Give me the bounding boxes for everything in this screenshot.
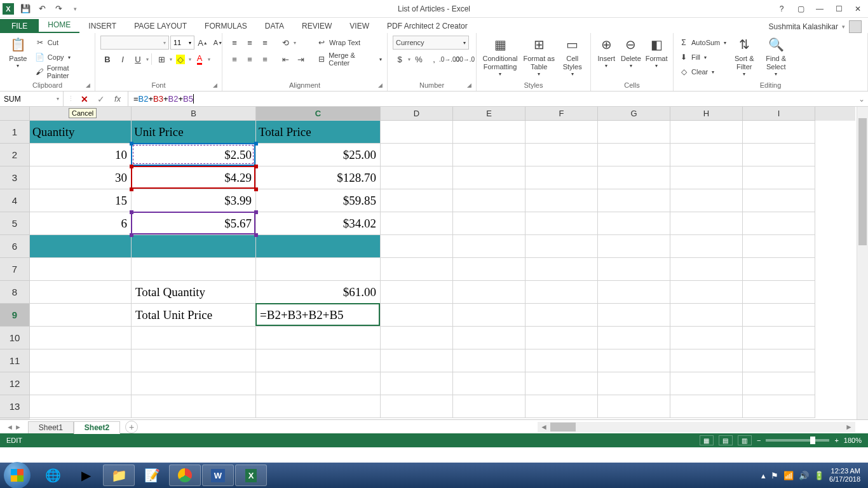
cell-D13[interactable]	[381, 395, 453, 418]
tab-view[interactable]: VIEW	[341, 19, 378, 33]
row-header-9[interactable]: 9	[0, 304, 30, 327]
ref-handle[interactable]	[254, 233, 258, 237]
cell-H9[interactable]	[670, 304, 743, 327]
cell-A10[interactable]	[30, 327, 132, 349]
cell-E3[interactable]	[453, 166, 526, 189]
cell-E10[interactable]	[453, 327, 526, 349]
cell-A5[interactable]: 6	[30, 212, 132, 235]
tab-home[interactable]: HOME	[39, 18, 79, 33]
align-right-button[interactable]: ≡	[258, 52, 272, 66]
cell-D10[interactable]	[381, 327, 453, 349]
tray-volume-icon[interactable]: 🔊	[799, 471, 809, 480]
cell-A2[interactable]: 10	[30, 144, 132, 166]
cell-I13[interactable]	[743, 395, 815, 418]
ref-handle[interactable]	[254, 142, 258, 146]
font-size-combo[interactable]: 11▾	[170, 36, 194, 50]
cell-G6[interactable]	[598, 235, 670, 258]
zoom-in-button[interactable]: +	[834, 437, 838, 444]
tab-pdf[interactable]: PDF Architect 2 Creator	[378, 19, 477, 33]
cell-B7[interactable]	[132, 258, 256, 281]
horizontal-scrollbar[interactable]: ◄ ►	[538, 422, 855, 432]
cell-E12[interactable]	[453, 372, 526, 395]
tab-review[interactable]: REVIEW	[293, 19, 341, 33]
cell-F3[interactable]	[526, 166, 598, 189]
cell-A7[interactable]	[30, 258, 132, 281]
indent-button[interactable]: ⇥	[294, 52, 308, 66]
cell-I7[interactable]	[743, 258, 815, 281]
row-header-2[interactable]: 2	[0, 144, 30, 166]
expand-formula-button[interactable]: ⌄	[855, 92, 868, 106]
insert-function-button[interactable]: fx	[111, 93, 124, 105]
cell-H13[interactable]	[670, 395, 743, 418]
cell-B1[interactable]: Unit Price	[132, 121, 256, 144]
cell-G7[interactable]	[598, 258, 670, 281]
cell-B11[interactable]	[132, 349, 256, 372]
tray-network-icon[interactable]: 📶	[783, 471, 794, 480]
ref-handle[interactable]	[130, 165, 133, 168]
cell-H2[interactable]	[670, 144, 743, 166]
percent-button[interactable]: %	[412, 52, 426, 66]
cell-D2[interactable]	[381, 144, 453, 166]
ref-handle[interactable]	[130, 233, 133, 237]
fill-button[interactable]: ⬇Fill▾	[679, 50, 726, 64]
cell-D12[interactable]	[381, 372, 453, 395]
cell-I12[interactable]	[743, 372, 815, 395]
close-button[interactable]: ✕	[850, 3, 865, 15]
cell-E6[interactable]	[453, 235, 526, 258]
cell-A13[interactable]	[30, 395, 132, 418]
font-launcher[interactable]: ◢	[213, 82, 220, 90]
sort-filter-button[interactable]: ⇅Sort & Filter▾	[730, 36, 758, 78]
paste-button[interactable]: 📋 Paste ▾	[5, 36, 31, 69]
cell-F1[interactable]	[526, 121, 598, 144]
cell-B3[interactable]: $4.29	[132, 166, 256, 189]
cell-I11[interactable]	[743, 349, 815, 372]
number-launcher[interactable]: ◢	[467, 82, 475, 90]
cell-C5[interactable]: $34.02	[256, 212, 381, 235]
align-center-button[interactable]: ≡	[243, 52, 257, 66]
border-button[interactable]: ⊞	[154, 52, 168, 66]
cell-D9[interactable]	[381, 304, 453, 327]
decrease-decimal-button[interactable]: .00→.0	[458, 52, 471, 66]
tab-pagelayout[interactable]: PAGE LAYOUT	[125, 19, 196, 33]
row-header-7[interactable]: 7	[0, 258, 30, 281]
orientation-button[interactable]: ⟲	[278, 36, 292, 50]
copy-button[interactable]: 📄Copy▾	[35, 50, 90, 64]
zoom-level[interactable]: 180%	[844, 437, 862, 444]
formula-input[interactable]: =B2+B3+B2+B5	[128, 92, 855, 106]
tab-formulas[interactable]: FORMULAS	[196, 19, 256, 33]
tray-up-icon[interactable]: ▴	[761, 471, 766, 480]
cell-C10[interactable]	[256, 327, 381, 349]
cell-G3[interactable]	[598, 166, 670, 189]
number-format-combo[interactable]: Currency▾	[393, 36, 469, 50]
cell-E5[interactable]	[453, 212, 526, 235]
tray-battery-icon[interactable]: 🔋	[814, 471, 824, 480]
account-area[interactable]: Sushmita Kalashikar ▾	[769, 20, 862, 33]
cell-B8[interactable]: Total Quantity	[132, 281, 256, 304]
cell-A3[interactable]: 30	[30, 166, 132, 189]
row-header-8[interactable]: 8	[0, 281, 30, 304]
redo-button[interactable]: ↷	[51, 2, 66, 16]
insert-cells-button[interactable]: ⊕Insert▾	[596, 36, 617, 69]
cell-B2[interactable]: $2.50	[132, 144, 256, 166]
minimize-button[interactable]: ―	[812, 3, 827, 15]
align-left-button[interactable]: ≡	[227, 52, 241, 66]
cell-I10[interactable]	[743, 327, 815, 349]
name-box[interactable]: SUM▾	[0, 92, 64, 106]
cell-A4[interactable]: 15	[30, 189, 132, 212]
cell-F7[interactable]	[526, 258, 598, 281]
cell-I3[interactable]	[743, 166, 815, 189]
sheet-next-button[interactable]: ►	[15, 423, 22, 431]
cell-styles-button[interactable]: ▭Cell Styles▾	[559, 36, 585, 78]
cell-A11[interactable]	[30, 349, 132, 372]
save-button[interactable]: 💾	[18, 2, 33, 16]
vscroll-thumb[interactable]	[858, 118, 867, 245]
ref-handle[interactable]	[254, 210, 258, 214]
col-header-H[interactable]: H	[670, 107, 743, 121]
cancel-formula-button[interactable]: ✕	[78, 93, 91, 105]
row-header-6[interactable]: 6	[0, 235, 30, 258]
cell-C1[interactable]: Total Price	[256, 121, 381, 144]
grow-font-button[interactable]: A▲	[196, 36, 210, 50]
cell-C2[interactable]: $25.00	[256, 144, 381, 166]
sheet-tab-2[interactable]: Sheet2	[74, 421, 120, 434]
italic-button[interactable]: I	[116, 52, 130, 66]
